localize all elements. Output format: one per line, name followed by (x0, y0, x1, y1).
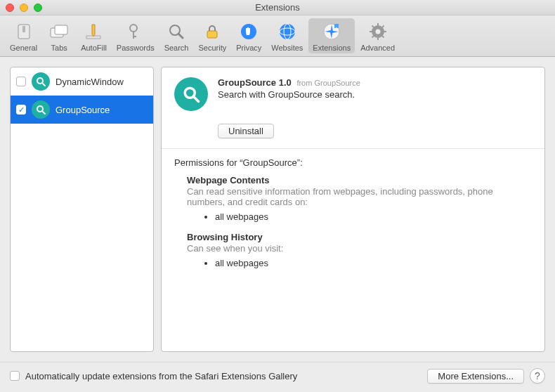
check-icon: ✓ (18, 106, 25, 114)
toolbar-autofill[interactable]: AutoFill (77, 18, 111, 53)
extension-row-groupsource[interactable]: ✓ GroupSource (11, 96, 153, 124)
extension-name: DynamicWindow (56, 77, 124, 87)
magnifier-icon (32, 72, 50, 91)
toolbar-label: AutoFill (81, 44, 107, 52)
permission-item: all webpages (215, 211, 532, 222)
toolbar-extensions[interactable]: Extensions (308, 18, 355, 53)
tabs-icon (48, 20, 70, 43)
svg-point-19 (375, 30, 380, 34)
enable-checkbox[interactable]: ✓ (16, 105, 26, 115)
svg-line-29 (42, 83, 45, 86)
svg-rect-21 (377, 37, 379, 40)
toolbar-general[interactable]: General (6, 18, 41, 53)
window-title: Extensions (0, 2, 555, 13)
svg-point-13 (280, 24, 295, 39)
toolbar-label: General (10, 44, 37, 52)
auto-update-label: Automatically update extensions from the… (25, 371, 422, 381)
key-icon (124, 20, 147, 43)
section-title: Browsing History (187, 232, 532, 242)
extension-from: from GroupSource (296, 79, 360, 87)
search-icon (165, 20, 188, 43)
toolbar-label: Privacy (236, 44, 261, 52)
svg-rect-20 (377, 23, 379, 26)
svg-line-33 (194, 97, 199, 102)
preferences-window: Extensions General Tabs AutoFill Passwor… (0, 0, 555, 392)
toolbar-label: Passwords (117, 44, 155, 52)
extension-detail: GroupSource 1.0 from GroupSource Search … (161, 67, 545, 352)
preferences-toolbar: General Tabs AutoFill Passwords Search (0, 15, 555, 57)
svg-line-10 (178, 34, 183, 38)
toolbar-label: Extensions (313, 44, 351, 52)
detail-title-block: GroupSource 1.0 from GroupSource Search … (218, 77, 360, 100)
toolbar-privacy[interactable]: Privacy (232, 18, 266, 53)
toolbar-websites[interactable]: Websites (267, 18, 307, 53)
extensions-list: DynamicWindow ✓ GroupSource (10, 67, 154, 352)
section-title: Webpage Contents (187, 175, 532, 185)
safari-puzzle-icon (320, 20, 343, 43)
svg-rect-1 (22, 26, 25, 32)
toolbar-label: Websites (271, 44, 303, 52)
toolbar-search[interactable]: Search (160, 18, 193, 53)
section-description: Can read sensitive information from webp… (187, 186, 532, 207)
help-button[interactable]: ? (530, 368, 545, 384)
magnifier-icon (174, 77, 208, 111)
toolbar-label: Tabs (51, 44, 67, 52)
content-area: DynamicWindow ✓ GroupSource GroupSource … (0, 57, 555, 362)
permission-section-webpage-contents: Webpage Contents Can read sensitive info… (187, 175, 532, 222)
svg-marker-5 (92, 25, 95, 37)
toolbar-label: Advanced (360, 44, 395, 52)
detail-title-line: GroupSource 1.0 from GroupSource (218, 77, 360, 88)
section-description: Can see when you visit: (187, 243, 532, 254)
detail-header: GroupSource 1.0 from GroupSource Search … (174, 77, 532, 111)
permissions-heading: Permissions for “GroupSource”: (174, 157, 532, 168)
toolbar-label: Security (198, 44, 226, 52)
toolbar-tabs[interactable]: Tabs (43, 18, 75, 53)
slider-icon (13, 20, 35, 43)
toolbar-label: Search (164, 44, 189, 52)
extension-title: GroupSource 1.0 (218, 77, 292, 88)
hand-icon (237, 20, 260, 43)
svg-rect-7 (133, 31, 134, 39)
permission-item: all webpages (215, 258, 532, 268)
svg-line-31 (42, 111, 45, 114)
svg-point-6 (130, 25, 137, 32)
toolbar-security[interactable]: Security (194, 18, 230, 53)
svg-rect-11 (207, 31, 217, 38)
svg-rect-3 (55, 25, 67, 34)
footer: Automatically update extensions from the… (0, 362, 555, 392)
extension-row-dynamicwindow[interactable]: DynamicWindow (11, 67, 153, 96)
extension-name: GroupSource (56, 105, 110, 115)
svg-rect-22 (370, 31, 372, 32)
pencil-icon (82, 20, 105, 43)
svg-rect-23 (384, 31, 386, 32)
enable-checkbox[interactable] (16, 77, 26, 86)
extension-description: Search with GroupSource search. (218, 89, 360, 100)
globe-icon (276, 20, 299, 43)
permission-section-browsing-history: Browsing History Can see when you visit:… (187, 232, 532, 268)
toolbar-passwords[interactable]: Passwords (112, 18, 159, 53)
svg-rect-8 (133, 36, 136, 37)
magnifier-icon (32, 100, 50, 119)
auto-update-checkbox[interactable] (10, 371, 20, 381)
lock-icon (201, 20, 223, 43)
divider (162, 148, 544, 149)
titlebar: Extensions (0, 0, 555, 15)
gear-icon (367, 20, 389, 43)
more-extensions-button[interactable]: More Extensions... (427, 369, 524, 384)
uninstall-button[interactable]: Uninstall (218, 124, 274, 138)
toolbar-advanced[interactable]: Advanced (356, 18, 399, 53)
